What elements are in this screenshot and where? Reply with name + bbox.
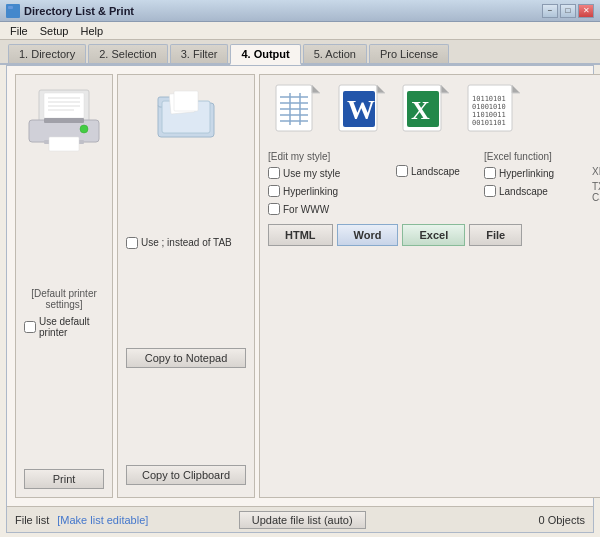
svg-text:10110101: 10110101 (472, 95, 506, 103)
title-bar-left: Directory List & Print (6, 4, 134, 18)
html-icon-wrap (268, 83, 328, 139)
tab-directory[interactable]: 1. Directory (8, 44, 86, 63)
window-title: Directory List & Print (24, 5, 134, 17)
close-button[interactable]: ✕ (578, 4, 594, 18)
svg-rect-0 (8, 8, 18, 16)
use-default-printer-label: Use default printer (39, 316, 104, 338)
txt-csv-label: TXT, CSV (592, 181, 600, 203)
folder-icon (156, 85, 216, 140)
minimize-button[interactable]: − (542, 4, 558, 18)
title-bar: Directory List & Print − □ ✕ (0, 0, 600, 22)
excel-button[interactable]: Excel (402, 224, 465, 246)
excel-file-icon: X (401, 83, 451, 139)
tab-output[interactable]: 4. Output (230, 44, 300, 65)
use-default-printer-checkbox[interactable] (24, 321, 36, 333)
print-button[interactable]: Print (24, 469, 104, 489)
svg-marker-30 (377, 85, 385, 93)
notepad-panel: Use ; instead of TAB Copy to Notepad Cop… (117, 74, 255, 498)
excel-icon-wrap: X (396, 83, 456, 139)
excel-landscape-row: Landscape (484, 185, 548, 197)
use-my-style-checkbox[interactable] (268, 167, 280, 179)
maximize-button[interactable]: □ (560, 4, 576, 18)
for-www-label: For WWW (283, 204, 329, 215)
excel-function-label: [Excel function] (484, 151, 584, 162)
hyperlinking-row: Hyperlinking (268, 185, 338, 197)
landscape-row: Landscape (396, 165, 460, 177)
for-www-row: For WWW (268, 203, 329, 215)
landscape-label: Landscape (411, 166, 460, 177)
object-count: 0 Objects (539, 514, 585, 526)
svg-rect-9 (44, 118, 84, 123)
hyperlinking-checkbox[interactable] (268, 185, 280, 197)
output-panels: [Default printer settings] Use default p… (7, 66, 593, 506)
copy-to-clipboard-button[interactable]: Copy to Clipboard (126, 465, 246, 485)
html-button[interactable]: HTML (268, 224, 333, 246)
word-icon-wrap: W (332, 83, 392, 139)
status-bar: File list [Make list editable] Update fi… (7, 506, 593, 532)
file-type-options: XML TXT, CSV (592, 151, 600, 203)
excel-landscape-label: Landscape (499, 186, 548, 197)
svg-rect-17 (174, 91, 198, 111)
svg-point-11 (80, 125, 88, 133)
use-my-style-label: Use my style (283, 168, 340, 179)
menu-help[interactable]: Help (74, 24, 109, 38)
file-button[interactable]: File (469, 224, 522, 246)
edit-style-options: [Edit my style] Use my style Hyperlinkin… (268, 151, 388, 218)
svg-marker-42 (512, 85, 520, 93)
svg-text:W: W (347, 94, 375, 125)
tab-action[interactable]: 5. Action (303, 44, 367, 63)
landscape-checkbox[interactable] (396, 165, 408, 177)
excel-landscape-checkbox[interactable] (484, 185, 496, 197)
excel-hyperlinking-row: Hyperlinking (484, 167, 554, 179)
main-window: 1. Directory 2. Selection 3. Filter 4. O… (0, 40, 600, 537)
excel-hyperlinking-label: Hyperlinking (499, 168, 554, 179)
use-semicolon-row: Use ; instead of TAB (126, 237, 232, 249)
menu-file[interactable]: File (4, 24, 34, 38)
printer-icon (24, 85, 104, 155)
content-area: [Default printer settings] Use default p… (6, 65, 594, 533)
txt-icon-wrap: 10110101 01001010 11010011 00101101 (460, 83, 528, 139)
tab-pro-license[interactable]: Pro License (369, 44, 449, 63)
tab-selection[interactable]: 2. Selection (88, 44, 167, 63)
landscape-options: Landscape (396, 151, 476, 180)
hyperlinking-label: Hyperlinking (283, 186, 338, 197)
tab-bar: 1. Directory 2. Selection 3. Filter 4. O… (0, 40, 600, 65)
copy-to-notepad-button[interactable]: Copy to Notepad (126, 348, 246, 368)
xml-label: XML (592, 166, 600, 177)
make-list-editable-link[interactable]: [Make list editable] (57, 514, 148, 526)
html-file-icon (274, 83, 322, 139)
print-settings-label: [Default printer settings] (24, 288, 104, 310)
use-semicolon-label: Use ; instead of TAB (141, 237, 232, 248)
office-icons: W X (268, 83, 600, 139)
word-button[interactable]: Word (337, 224, 399, 246)
for-www-checkbox[interactable] (268, 203, 280, 215)
file-list-label: File list (15, 514, 49, 526)
svg-text:00101101: 00101101 (472, 119, 506, 127)
svg-rect-1 (8, 6, 13, 9)
svg-rect-18 (276, 85, 312, 131)
office-panel: W X (259, 74, 600, 498)
print-panel: [Default printer settings] Use default p… (15, 74, 113, 498)
use-default-printer-row: Use default printer (24, 316, 104, 338)
update-file-list-button[interactable]: Update file list (auto) (239, 511, 366, 529)
use-semicolon-checkbox[interactable] (126, 237, 138, 249)
tab-filter[interactable]: 3. Filter (170, 44, 229, 63)
svg-text:11010011: 11010011 (472, 111, 506, 119)
menu-bar: File Setup Help (0, 22, 600, 40)
app-icon (6, 4, 20, 18)
txt-file-icon: 10110101 01001010 11010011 00101101 (466, 83, 522, 139)
use-my-style-row: Use my style (268, 167, 340, 179)
excel-hyperlinking-checkbox[interactable] (484, 167, 496, 179)
svg-rect-12 (49, 137, 79, 151)
svg-text:X: X (411, 96, 430, 125)
svg-marker-36 (441, 85, 449, 93)
office-buttons: HTML Word Excel File (268, 224, 522, 246)
svg-text:01001010: 01001010 (472, 103, 506, 111)
svg-marker-19 (312, 85, 320, 93)
window-controls: − □ ✕ (542, 4, 594, 18)
excel-options: [Excel function] Hyperlinking Landscape (484, 151, 584, 200)
edit-my-style-label: [Edit my style] (268, 151, 388, 162)
word-file-icon: W (337, 83, 387, 139)
menu-setup[interactable]: Setup (34, 24, 75, 38)
